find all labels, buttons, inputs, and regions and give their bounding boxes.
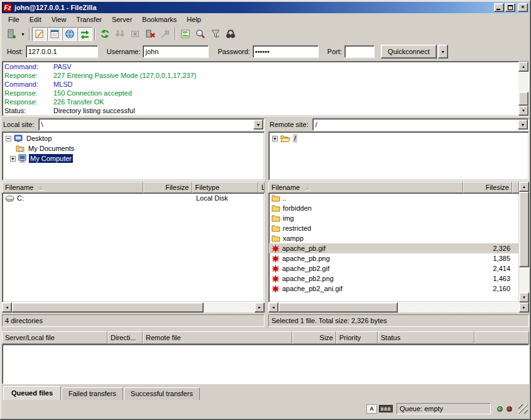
cancel-operation-button[interactable] <box>128 27 143 41</box>
open-folder-icon <box>280 135 290 142</box>
scroll-thumb[interactable] <box>12 302 204 312</box>
resize-grip[interactable] <box>518 404 528 414</box>
host-label: Host: <box>7 48 23 55</box>
expand-icon[interactable] <box>10 156 16 162</box>
site-manager-dropdown[interactable]: ▼ <box>19 27 27 41</box>
toggle-message-log-button[interactable] <box>32 27 47 41</box>
remote-site-combobox[interactable]: / ▼ <box>312 118 529 131</box>
scroll-up-arrow[interactable]: ▲ <box>518 62 528 72</box>
image-file-icon <box>271 255 280 263</box>
quickconnect-dropdown[interactable]: ▼ <box>438 45 448 58</box>
process-queue-icon <box>115 29 125 39</box>
menu-edit[interactable]: Edit <box>25 14 47 25</box>
file-row[interactable]: apache_pb2.png 1,463 <box>269 274 519 284</box>
tab-successful-transfers[interactable]: Successful transfers <box>124 387 200 401</box>
tree-item-my-documents[interactable]: My Documents <box>3 143 264 153</box>
collapse-icon[interactable] <box>6 136 11 141</box>
directory-listing-filters-button[interactable] <box>208 27 223 41</box>
title-bar[interactable]: Fz john@127.0.0.1 - FileZilla × <box>2 2 529 13</box>
remote-vertical-scrollbar[interactable]: ▲ ▼ <box>519 182 529 302</box>
file-row[interactable]: xampp <box>269 233 519 243</box>
file-row[interactable]: forbidden <box>269 203 519 213</box>
reconnect-button[interactable] <box>158 27 173 41</box>
maximize-button[interactable] <box>505 3 515 12</box>
log-vertical-scrollbar[interactable]: ▲ ▼ <box>518 62 528 116</box>
process-queue-button[interactable] <box>112 27 128 41</box>
column-header-filesize[interactable]: Filesize <box>143 182 192 193</box>
tab-failed-transfers[interactable]: Failed transfers <box>62 387 123 401</box>
column-header-direction[interactable]: Directi... <box>107 331 143 344</box>
folder-icon <box>271 204 280 212</box>
scroll-up-arrow[interactable]: ▲ <box>519 182 529 192</box>
file-row-c-drive[interactable]: C: Local Disk <box>3 193 264 203</box>
find-files-button[interactable] <box>223 27 238 41</box>
column-header-status[interactable]: Status <box>378 331 474 344</box>
folder-icon <box>271 235 280 242</box>
tree-item-root[interactable]: / <box>269 133 528 143</box>
toggle-local-tree-button[interactable] <box>47 27 62 41</box>
scroll-thumb[interactable] <box>518 92 528 106</box>
remote-tree[interactable]: / <box>268 131 529 180</box>
column-header-local-file[interactable]: Server/Local file <box>2 331 107 344</box>
tree-item-my-computer[interactable]: My Computer <box>3 153 264 163</box>
host-input[interactable] <box>26 45 98 58</box>
port-input[interactable] <box>344 45 375 58</box>
maximize-icon <box>508 5 513 10</box>
combo-dropdown-icon[interactable]: ▼ <box>253 119 263 130</box>
queue-list[interactable] <box>2 344 529 384</box>
quickconnect-button[interactable]: Quickconnect <box>381 45 437 58</box>
directory-comparison-button[interactable] <box>178 27 193 41</box>
scroll-left-arrow[interactable]: ◄ <box>2 302 12 312</box>
menu-transfer[interactable]: Transfer <box>71 14 107 25</box>
file-row[interactable]: apache_pb.png 1,385 <box>269 253 519 263</box>
disconnect-button[interactable] <box>143 27 158 41</box>
scroll-thumb[interactable] <box>278 302 398 312</box>
column-header-remote-file[interactable]: Remote file <box>143 331 292 344</box>
image-file-icon <box>271 285 280 293</box>
file-row[interactable]: apache_pb2_ani.gif 2,160 <box>269 284 519 294</box>
toggle-transfer-queue-button[interactable] <box>77 27 92 41</box>
file-row[interactable]: .. <box>269 193 519 203</box>
refresh-button[interactable] <box>97 27 112 41</box>
local-horizontal-scrollbar[interactable]: ◄ ► <box>2 302 265 312</box>
close-button[interactable]: × <box>518 3 528 12</box>
synchronized-browsing-icon <box>195 29 205 39</box>
column-header-filetype[interactable]: Filetype <box>192 182 259 193</box>
minimize-button[interactable] <box>494 3 504 12</box>
column-header-last-modified[interactable]: L <box>258 182 265 193</box>
username-input[interactable] <box>143 45 209 58</box>
column-header-priority[interactable]: Priority <box>336 331 378 344</box>
image-file-icon <box>271 265 280 273</box>
scroll-left-arrow[interactable]: ◄ <box>268 302 278 312</box>
local-site-combobox[interactable]: \ ▼ <box>38 118 265 131</box>
file-row[interactable]: apache_pb2.gif 2,414 <box>269 263 519 274</box>
menu-view[interactable]: View <box>47 14 72 25</box>
scroll-down-arrow[interactable]: ▼ <box>518 106 528 116</box>
toggle-remote-tree-button[interactable] <box>62 27 77 41</box>
scroll-thumb[interactable] <box>519 192 529 267</box>
column-header-size[interactable]: Size <box>292 331 336 344</box>
remote-horizontal-scrollbar[interactable]: ◄ ► <box>268 302 529 312</box>
file-row[interactable]: restricted <box>269 223 519 233</box>
menu-file[interactable]: File <box>3 14 25 25</box>
file-list-panes: Filename Filesize Filetype L C: Local Di… <box>2 182 529 312</box>
tab-queued-files[interactable]: Queued files <box>3 386 61 401</box>
synchronized-browsing-button[interactable] <box>193 27 208 41</box>
file-row[interactable]: img <box>269 213 519 223</box>
local-tree[interactable]: Desktop My Documents My Computer <box>2 131 265 180</box>
expand-icon[interactable] <box>272 136 278 141</box>
menu-bookmarks[interactable]: Bookmarks <box>137 14 182 25</box>
column-header-filename[interactable]: Filename <box>2 182 143 193</box>
scroll-right-arrow[interactable]: ► <box>519 302 529 312</box>
scroll-down-arrow[interactable]: ▼ <box>519 292 529 302</box>
file-row-selected[interactable]: apache_pb.gif 2,326 <box>269 243 519 253</box>
column-header-filesize[interactable]: Filesize <box>463 182 512 193</box>
tree-item-desktop[interactable]: Desktop <box>3 133 264 143</box>
password-input[interactable] <box>253 45 319 58</box>
combo-dropdown-icon[interactable]: ▼ <box>518 119 528 130</box>
scroll-right-arrow[interactable]: ► <box>255 302 265 312</box>
menu-server[interactable]: Server <box>107 14 137 25</box>
column-header-filename[interactable]: Filename <box>268 182 463 193</box>
site-manager-button[interactable] <box>4 27 19 41</box>
menu-help[interactable]: Help <box>182 14 206 25</box>
